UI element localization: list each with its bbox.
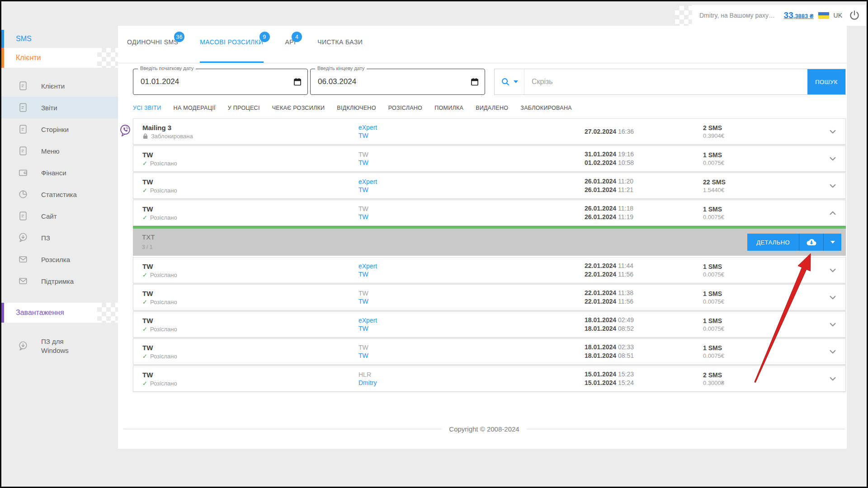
route-to[interactable]: TW: [359, 297, 585, 305]
expand-chevron-icon[interactable]: [820, 373, 845, 385]
check-icon: ✓: [142, 353, 147, 360]
row-name-cell: Mailing 3 Заблокирована: [142, 124, 359, 140]
tab-1[interactable]: МАСОВІ РОЗСИЛКИ9: [200, 38, 263, 63]
row-route-cell: TW TW: [359, 343, 585, 360]
expand-chevron-icon[interactable]: [820, 207, 845, 219]
table-row[interactable]: TW ✓Розіслано TW TW 26.01.2024 11:18 26.…: [133, 200, 846, 226]
route-to[interactable]: TW: [359, 131, 585, 140]
status-filter-5[interactable]: РОЗІСЛАНО: [388, 105, 422, 111]
row-status: ✓Розіслано: [142, 380, 359, 387]
end-date-field[interactable]: Введіть кінцеву дату 06.03.2024: [310, 69, 485, 95]
sidebar-item-8[interactable]: Розсилка: [1, 249, 118, 270]
tab-badge: 4: [292, 32, 302, 42]
row-route-cell: eXpert TW: [359, 123, 585, 140]
topbar: Dmitry, на Вашому раху… 33,3883 ₴ UK: [1, 1, 867, 26]
search-button[interactable]: ПОШУК: [807, 69, 845, 94]
table-row[interactable]: TW ✓Розіслано TW TW 31.01.2024 19:16 01.…: [133, 145, 846, 172]
table-row[interactable]: TW ✓Розіслано TW TW 22.01.2024 11:38 22.…: [133, 284, 846, 310]
status-filter-0[interactable]: УСІ ЗВІТИ: [133, 105, 161, 111]
sidebar-item-label: Звіти: [41, 104, 57, 112]
sidebar-item-0[interactable]: Клієнти: [1, 75, 118, 97]
row-dates-cell: 22.01.2024 11:38 22.01.2024 11:56: [585, 289, 703, 306]
sms-count: 1 SMS: [703, 263, 781, 270]
expand-chevron-icon[interactable]: [820, 264, 845, 276]
language-label[interactable]: UK: [834, 12, 842, 19]
route-from[interactable]: eXpert: [359, 178, 585, 186]
sidebar-section-sms[interactable]: SMS: [1, 30, 118, 48]
row-name-cell: TW ✓Розіслано: [142, 290, 359, 305]
status-filter-1[interactable]: НА МОДЕРАЦІЇ: [174, 105, 216, 111]
expand-chevron-icon[interactable]: [820, 153, 845, 164]
details-button[interactable]: ДЕТАЛЬНО: [747, 234, 799, 251]
sms-count: 2 SMS: [703, 371, 781, 379]
status-label: Розіслано: [150, 272, 177, 278]
campaign-name: TW: [142, 178, 359, 186]
status-label: Розіслано: [150, 299, 177, 305]
table-row[interactable]: TW ✓Розіслано eXpert TW 18.01.2024 02:49…: [133, 311, 846, 338]
sidebar-item-2[interactable]: Сторінки: [1, 118, 118, 140]
table-row[interactable]: Mailing 3 Заблокирована eXpert TW 27.02.…: [133, 118, 846, 145]
status-filter-7[interactable]: ВИДАЛЕНО: [476, 105, 508, 111]
route-to[interactable]: TW: [359, 159, 585, 167]
status-filter-2[interactable]: У ПРОЦЕСІ: [228, 105, 260, 111]
table-row[interactable]: TW ✓Розіслано TW TW 18.01.2024 02:33 18.…: [133, 338, 846, 365]
sidebar-item-6[interactable]: Сайт: [1, 205, 118, 227]
filter-bar: Введіть початкову дату 01.01.2024 Введіт…: [133, 69, 846, 95]
sidebar-item-4[interactable]: Фінанси: [1, 162, 118, 183]
route-from[interactable]: eXpert: [359, 316, 585, 324]
table-row[interactable]: TW ✓Розіслано eXpert TW 22.01.2024 11:44…: [133, 257, 846, 283]
status-filter-6[interactable]: ПОМИЛКА: [434, 105, 463, 111]
balance-link[interactable]: 33,3883 ₴: [784, 10, 814, 20]
download-options-button[interactable]: [823, 234, 841, 251]
search-input[interactable]: [524, 69, 807, 94]
sidebar-item-label: Розсилка: [41, 256, 70, 263]
sidebar-item-label: Сайт: [41, 212, 57, 220]
route-from[interactable]: eXpert: [359, 262, 585, 270]
sidebar-section-clients[interactable]: Клієнти: [1, 48, 118, 68]
pie-chart-icon: [18, 189, 28, 199]
calendar-icon[interactable]: [470, 77, 479, 86]
route-to[interactable]: TW: [359, 352, 585, 360]
download-report-button[interactable]: [799, 234, 823, 251]
expand-chevron-icon[interactable]: [820, 291, 845, 303]
route-from[interactable]: eXpert: [359, 123, 585, 131]
table-row[interactable]: TW ✓Розіслано eXpert TW 26.01.2024 11:20…: [133, 173, 846, 199]
tab-0[interactable]: ОДИНОЧНІ SMS36: [127, 38, 178, 63]
sidebar-item-3[interactable]: Меню: [1, 140, 118, 162]
tab-3[interactable]: ЧИСТКА БАЗИ: [317, 38, 363, 63]
status-filter-8[interactable]: ЗАБЛОКИРОВАНА: [520, 105, 572, 111]
route-to[interactable]: TW: [359, 186, 585, 194]
logout-power-icon[interactable]: [849, 9, 860, 21]
document-icon: [18, 103, 28, 113]
route-from: HLR: [359, 371, 585, 379]
route-to[interactable]: Dmitry: [359, 379, 585, 387]
status-filter-4[interactable]: ВІДКЛЮЧЕНО: [337, 105, 376, 111]
row-sms-cell: 2 SMS 0.3904€: [703, 124, 781, 139]
sidebar-item-5[interactable]: Статистика: [1, 183, 118, 205]
sidebar-item-label: ПЗ: [41, 234, 50, 242]
sidebar-item-label: ПЗ дляWindows: [41, 337, 69, 355]
expand-chevron-icon[interactable]: [820, 126, 845, 137]
route-to[interactable]: TW: [359, 270, 585, 278]
route-to[interactable]: TW: [359, 213, 585, 221]
search-type-dropdown[interactable]: [495, 69, 524, 94]
campaign-name: TW: [142, 263, 359, 270]
route-from: TW: [359, 150, 585, 159]
sidebar-item-7[interactable]: ПЗ: [1, 227, 118, 249]
expand-chevron-icon[interactable]: [820, 346, 845, 357]
expand-chevron-icon[interactable]: [820, 180, 845, 192]
sidebar-section-sms-label: SMS: [16, 35, 32, 43]
status-filter-3[interactable]: ЧЕКАЄ РОЗСИЛКИ: [272, 105, 325, 111]
route-to[interactable]: TW: [359, 324, 585, 333]
sidebar-section-downloads[interactable]: Завантаження: [1, 303, 118, 323]
expand-chevron-icon[interactable]: [820, 319, 845, 330]
row-name-cell: TW ✓Розіслано: [142, 151, 359, 167]
row-status: ✓Розіслано: [142, 326, 359, 333]
sidebar-item-9[interactable]: Підтримка: [1, 270, 118, 292]
table-row[interactable]: TW ✓Розіслано HLR Dmitry 15.01.2024 15:2…: [133, 366, 846, 392]
sidebar-item-windows-software[interactable]: ПЗ дляWindows: [1, 333, 118, 359]
sidebar-item-1[interactable]: Звіти: [1, 97, 118, 118]
start-date-field[interactable]: Введіть початкову дату 01.01.2024: [133, 69, 308, 95]
tab-2[interactable]: API4: [285, 38, 296, 63]
calendar-icon[interactable]: [293, 77, 302, 86]
